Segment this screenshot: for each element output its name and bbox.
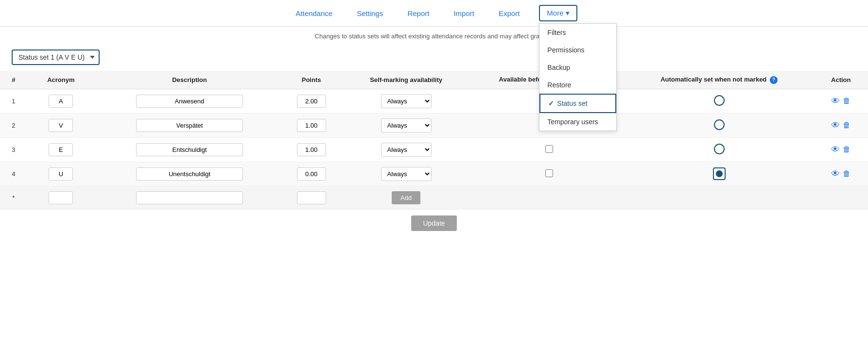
nav-import[interactable]: Import xyxy=(449,5,479,21)
row-num: 3 xyxy=(0,137,27,162)
description-input-3[interactable] xyxy=(136,143,243,156)
nav-report[interactable]: Report xyxy=(402,5,434,21)
row-availability-cell: AlwaysNeverConditional xyxy=(338,113,474,137)
new-row-empty-1 xyxy=(474,186,625,209)
col-header-description: Description xyxy=(95,71,284,89)
nav-settings[interactable]: Settings xyxy=(352,5,388,21)
action-icons-2: 👁 🗑 xyxy=(818,120,864,131)
row-num: 4 xyxy=(0,162,27,186)
col-header-points: Points xyxy=(284,71,338,89)
acronym-input-1[interactable] xyxy=(49,95,73,108)
update-button[interactable]: Update xyxy=(411,215,456,231)
more-button[interactable]: More ▾ xyxy=(539,5,577,21)
new-row-points-cell xyxy=(284,186,338,209)
info-bar: Changes to status sets will affect exist… xyxy=(0,27,868,46)
row-action-cell: 👁 🗑 xyxy=(814,113,868,137)
auto-set-radio-selected-4[interactable] xyxy=(713,167,726,180)
row-acronym-cell xyxy=(27,89,95,113)
checkmark-icon: ✓ xyxy=(548,99,554,107)
acronym-input-4[interactable] xyxy=(49,167,73,181)
new-row-description-cell xyxy=(95,186,284,209)
menu-item-filters[interactable]: Filters xyxy=(539,24,616,41)
acronym-input-2[interactable] xyxy=(49,119,73,132)
availability-select-3[interactable]: AlwaysNeverConditional xyxy=(381,143,432,157)
table-row: 3 AlwaysNeverConditional xyxy=(0,137,868,162)
menu-item-restore[interactable]: Restore xyxy=(539,76,616,94)
row-availability-cell: AlwaysNeverConditional xyxy=(338,137,474,162)
row-auto-set-cell xyxy=(625,137,814,162)
view-icon-4[interactable]: 👁 xyxy=(831,169,840,179)
row-acronym-cell xyxy=(27,113,95,137)
view-icon-2[interactable]: 👁 xyxy=(831,120,840,131)
points-input-4[interactable] xyxy=(297,167,326,181)
new-row-empty-3 xyxy=(814,186,868,209)
more-dropdown-container: More ▾ Filters Permissions Backup Restor… xyxy=(539,5,577,21)
menu-item-permissions[interactable]: Permissions xyxy=(539,41,616,59)
row-description-cell xyxy=(95,137,284,162)
dropdown-menu: Filters Permissions Backup Restore ✓ Sta… xyxy=(539,23,617,131)
help-auto-set-icon[interactable]: ? xyxy=(770,76,778,84)
row-action-cell: 👁 🗑 xyxy=(814,137,868,162)
points-input-1[interactable] xyxy=(297,95,326,108)
row-action-cell: 👁 🗑 xyxy=(814,162,868,186)
availability-select-1[interactable]: AlwaysNeverConditional xyxy=(381,94,432,108)
auto-set-radio-2[interactable] xyxy=(714,119,725,130)
menu-item-backup[interactable]: Backup xyxy=(539,59,616,76)
row-points-cell xyxy=(284,162,338,186)
add-button[interactable]: Add xyxy=(392,191,420,204)
before-session-checkbox-4[interactable] xyxy=(545,169,553,177)
row-auto-set-cell-selected xyxy=(625,162,814,186)
menu-item-status-set[interactable]: ✓ Status set xyxy=(539,94,616,113)
row-points-cell xyxy=(284,113,338,137)
delete-icon-2[interactable]: 🗑 xyxy=(843,121,851,130)
row-acronym-cell xyxy=(27,162,95,186)
availability-select-4[interactable]: AlwaysNeverConditional xyxy=(381,167,432,181)
update-row: Update xyxy=(0,210,868,237)
new-row-acronym-cell xyxy=(27,186,95,209)
auto-set-radio-3[interactable] xyxy=(714,144,725,154)
points-input-2[interactable] xyxy=(297,119,326,132)
new-points-input[interactable] xyxy=(297,191,326,204)
new-acronym-input[interactable] xyxy=(49,191,73,204)
description-input-4[interactable] xyxy=(136,167,243,181)
new-row-star: * xyxy=(0,186,27,209)
action-icons-4: 👁 🗑 xyxy=(818,169,864,179)
points-input-3[interactable] xyxy=(297,143,326,156)
status-set-row: Status set 1 (A V E U) xyxy=(0,46,868,71)
status-table: # Acronym Description Points Self-markin… xyxy=(0,71,868,210)
row-num: 2 xyxy=(0,113,27,137)
status-set-select[interactable]: Status set 1 (A V E U) xyxy=(12,50,100,65)
view-icon-3[interactable]: 👁 xyxy=(831,145,840,155)
row-before-session-cell xyxy=(474,162,625,186)
row-availability-cell: AlwaysNeverConditional xyxy=(338,162,474,186)
row-description-cell xyxy=(95,162,284,186)
col-header-auto-set: Automatically set when not marked ? xyxy=(625,71,814,89)
top-navigation: Attendance Settings Report Import Export… xyxy=(0,0,868,27)
row-auto-set-cell xyxy=(625,113,814,137)
row-points-cell xyxy=(284,89,338,113)
menu-item-temporary-users[interactable]: Temporary users xyxy=(539,113,616,131)
row-points-cell xyxy=(284,137,338,162)
view-icon-1[interactable]: 👁 xyxy=(831,96,840,106)
row-before-session-cell xyxy=(474,137,625,162)
nav-export[interactable]: Export xyxy=(494,5,524,21)
nav-attendance[interactable]: Attendance xyxy=(291,5,337,21)
col-header-self-marking: Self-marking availability xyxy=(338,71,474,89)
row-num: 1 xyxy=(0,89,27,113)
row-auto-set-cell xyxy=(625,89,814,113)
table-header-row: # Acronym Description Points Self-markin… xyxy=(0,71,868,89)
description-input-2[interactable] xyxy=(136,119,243,132)
col-header-num: # xyxy=(0,71,27,89)
acronym-input-3[interactable] xyxy=(49,143,73,156)
new-description-input[interactable] xyxy=(136,191,243,204)
row-action-cell: 👁 🗑 xyxy=(814,89,868,113)
delete-icon-1[interactable]: 🗑 xyxy=(843,97,851,105)
delete-icon-3[interactable]: 🗑 xyxy=(843,145,851,154)
table-row: 1 AlwaysNeverConditional xyxy=(0,89,868,113)
description-input-1[interactable] xyxy=(136,95,243,108)
auto-set-radio-1[interactable] xyxy=(714,95,725,106)
availability-select-2[interactable]: AlwaysNeverConditional xyxy=(381,118,432,132)
row-acronym-cell xyxy=(27,137,95,162)
before-session-checkbox-3[interactable] xyxy=(545,145,553,153)
delete-icon-4[interactable]: 🗑 xyxy=(843,169,851,178)
